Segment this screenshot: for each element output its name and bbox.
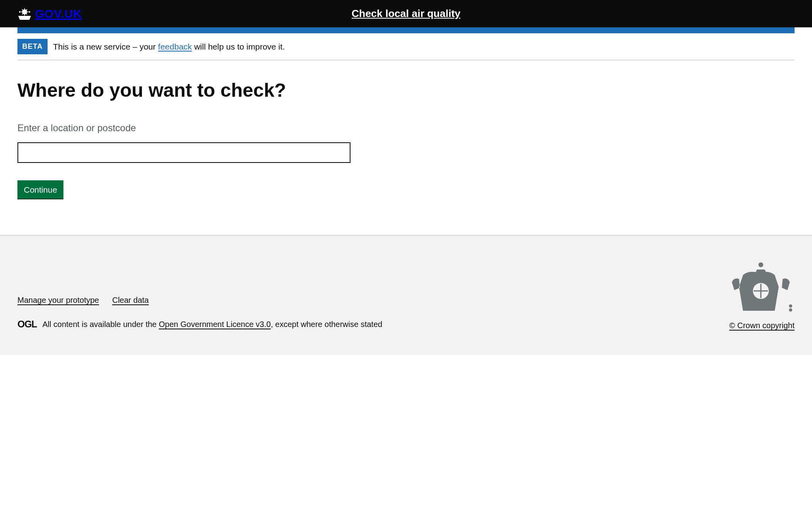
site-header: GOV.UK Check local air quality <box>0 0 812 27</box>
svg-point-0 <box>19 11 21 13</box>
footer-left: Manage your prototype Clear data OGL All… <box>17 254 711 332</box>
site-footer: Manage your prototype Clear data OGL All… <box>0 235 812 356</box>
main-content: Where do you want to check? Enter a loca… <box>17 60 795 235</box>
footer-licence: OGL All content is available under the O… <box>17 317 711 331</box>
footer-links: Manage your prototype Clear data <box>17 294 711 306</box>
location-input[interactable] <box>17 142 350 163</box>
svg-point-4 <box>789 308 792 312</box>
phase-text-before: This is a new service – your <box>53 42 158 51</box>
location-label: Enter a location or postcode <box>17 121 795 135</box>
licence-before: All content is available under the <box>42 320 159 329</box>
blue-bar <box>17 27 795 33</box>
govuk-logo-link[interactable]: GOV.UK <box>17 5 82 23</box>
phase-banner-text: This is a new service – your feedback wi… <box>53 40 285 53</box>
phase-text-after: will help us to improve it. <box>192 42 285 51</box>
licence-after: , except where otherwise stated <box>271 320 382 329</box>
feedback-link[interactable]: feedback <box>158 42 192 51</box>
footer-link-manage-prototype[interactable]: Manage your prototype <box>17 296 99 304</box>
svg-point-3 <box>789 304 792 308</box>
royal-arms-icon <box>727 259 795 315</box>
page-heading: Where do you want to check? <box>17 80 795 101</box>
licence-link[interactable]: Open Government Licence v3.0 <box>159 320 271 329</box>
continue-button[interactable]: Continue <box>17 180 63 199</box>
phase-banner: BETA This is a new service – your feedba… <box>17 33 795 60</box>
beta-tag: BETA <box>17 39 48 54</box>
crown-copyright-link[interactable]: © Crown copyright <box>729 319 795 331</box>
svg-point-1 <box>29 11 30 13</box>
footer-right: © Crown copyright <box>727 259 795 331</box>
ogl-icon: OGL <box>17 317 37 331</box>
service-name-link[interactable]: Check local air quality <box>352 6 461 21</box>
footer-link-clear-data[interactable]: Clear data <box>112 296 149 304</box>
crown-icon <box>17 8 32 20</box>
licence-text: All content is available under the Open … <box>42 318 382 330</box>
govuk-logo-text: GOV.UK <box>35 5 82 23</box>
